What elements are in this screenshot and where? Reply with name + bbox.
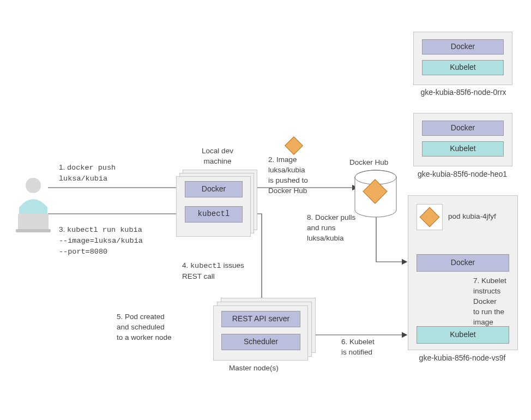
step-7-label: 7. Kubelet instructs Docker to run the i… — [473, 276, 506, 327]
node1-kubelet-chip: Kubelet — [422, 60, 504, 75]
rest-api-chip: REST API server — [221, 311, 300, 327]
scheduler-chip: Scheduler — [221, 334, 300, 350]
docker-hub-label: Docker Hub — [349, 158, 388, 168]
diamond-step2-icon — [285, 136, 303, 155]
step-6-label: 6. Kubelet is notified — [341, 337, 375, 358]
local-docker-chip: Docker — [185, 181, 243, 197]
step-5-label: 5. Pod created and scheduled to a worker… — [117, 312, 172, 343]
svg-rect-4 — [18, 214, 49, 230]
user-icon — [14, 175, 53, 235]
step-4-label: 4. kubectl issues REST call — [182, 261, 244, 282]
local-kubectl-chip: kubectl — [185, 206, 243, 223]
diagram-canvas: 1. docker push luksa/kubia 3. kubectl ru… — [0, 0, 531, 420]
step-3-label: 3. kubectl run kubia --image=luksa/kubia… — [59, 225, 143, 257]
node3-docker-chip: Docker — [417, 254, 509, 272]
pod-diamond-icon — [420, 207, 440, 227]
svg-point-3 — [26, 178, 41, 193]
step-2-label: 2. Image luksa/kubia is pushed to Docker… — [268, 155, 308, 196]
master-nodes-label: Master node(s) — [229, 363, 279, 374]
node1-caption: gke-kubia-85f6-node-0rrx — [409, 87, 518, 98]
node2-kubelet-chip: Kubelet — [422, 141, 504, 157]
local-dev-label: Local dev machine — [188, 146, 248, 167]
node2-docker-chip: Docker — [422, 121, 504, 136]
node3-caption: gke-kubia-85f6-node-vs9f — [408, 353, 517, 364]
pod-label: pod kubia-4jfyf — [448, 212, 496, 222]
node3-kubelet-chip: Kubelet — [417, 326, 509, 344]
pod-diamond-frame — [417, 204, 443, 230]
svg-rect-5 — [16, 229, 51, 232]
step-8-label: 8. Docker pulls and runs luksa/kubia — [307, 213, 355, 244]
node1-docker-chip: Docker — [422, 39, 504, 55]
node2-caption: gke-kubia-85f6-node-heo1 — [408, 169, 517, 180]
step-1-label: 1. docker push luksa/kubia — [59, 163, 116, 184]
